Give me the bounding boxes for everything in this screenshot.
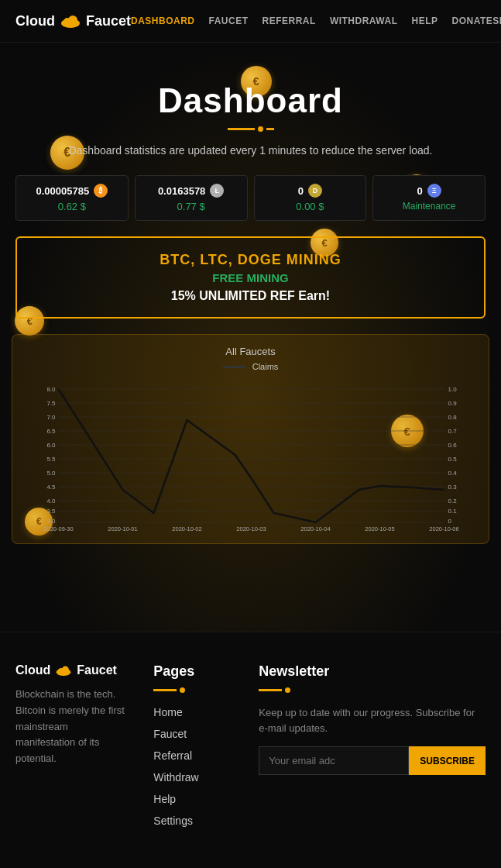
footer-description: Blockchain is the tech. Bitcoin is merel… [15, 687, 130, 767]
legend-line [223, 366, 246, 368]
hero-content: Dashboard Dashboard statistics are updat… [0, 43, 501, 544]
svg-text:7.0: 7.0 [46, 414, 56, 421]
footer-link-withdraw-anchor[interactable]: Withdraw [153, 771, 198, 784]
footer-logo-text: Cloud [15, 663, 50, 677]
svg-text:6.0: 6.0 [46, 442, 56, 449]
doge-value: 0 [298, 185, 304, 197]
svg-text:0.8: 0.8 [448, 414, 458, 421]
footer-newsletter-divider [259, 687, 486, 693]
newsletter-title: Newsletter [259, 663, 486, 680]
footer-about: Cloud Faucet Blockchain is the tech. Bit… [15, 663, 130, 828]
svg-text:0.4: 0.4 [448, 470, 458, 477]
svg-text:5.5: 5.5 [46, 456, 56, 463]
ltc-usd: 0.77 $ [145, 201, 238, 212]
svg-text:6.5: 6.5 [46, 428, 56, 435]
main-nav: DASHBOARD FAUCET REFERRAL WITHDRAWAL HEL… [131, 16, 492, 26]
newsletter-form: SUBSCRIBE [259, 746, 486, 775]
nav-faucet[interactable]: FAUCET [209, 16, 249, 26]
logo-text: Cloud [15, 13, 55, 29]
svg-text:0.9: 0.9 [448, 400, 458, 407]
logo[interactable]: Cloud Faucet [15, 13, 131, 29]
newsletter-description: Keep up to date with our progress. Subsc… [259, 705, 486, 735]
ltc-icon: Ł [210, 184, 224, 198]
chart-svg: 8.0 7.5 7.0 6.5 6.0 5.5 5.0 4.5 4.0 3.5 … [20, 377, 481, 532]
svg-text:0.3: 0.3 [448, 484, 458, 491]
svg-text:2020-10-02: 2020-10-02 [172, 525, 201, 532]
svg-text:4.5: 4.5 [46, 484, 56, 491]
doge-icon: D [308, 184, 322, 198]
footer-link-faucet[interactable]: Faucet [153, 727, 235, 741]
settings-link[interactable]: SETTINGS [492, 16, 501, 26]
footer-link-help-anchor[interactable]: Help [153, 793, 176, 805]
chart-svg-wrapper: 8.0 7.5 7.0 6.5 6.0 5.5 5.0 4.5 4.0 3.5 … [20, 377, 481, 536]
promo-title: BTC, LTC, DOGE MINING [33, 252, 468, 268]
footer-link-home-anchor[interactable]: Home [153, 706, 182, 718]
stat-box-eth: 0 Ξ Maintenance [372, 175, 486, 221]
eth-icon: Ξ [427, 184, 441, 198]
nav-help[interactable]: HELP [412, 16, 438, 26]
svg-point-45 [62, 666, 69, 673]
footer-logo-suffix: Faucet [77, 663, 117, 677]
chart-legend: Claims [20, 362, 481, 371]
nav-donate[interactable]: DONATE [452, 16, 493, 26]
doge-usd: 0.00 $ [264, 201, 357, 212]
stat-box-btc: 0.00005785 ₿ 0.62 $ [15, 175, 129, 221]
nav-referral[interactable]: REFERRAL [263, 16, 316, 26]
header-right: SETTINGS LOGOUT [492, 9, 501, 33]
email-input[interactable] [259, 746, 409, 775]
stat-boxes: 0.00005785 ₿ 0.62 $ 0.0163578 Ł 0.77 $ 0… [0, 175, 501, 221]
svg-text:0: 0 [448, 518, 452, 525]
stat-btc-top: 0.00005785 ₿ [26, 184, 118, 198]
stat-box-doge: 0 D 0.00 $ [254, 175, 367, 221]
chart-title: All Faucets [20, 346, 481, 357]
nav-dashboard[interactable]: DASHBOARD [131, 16, 195, 26]
svg-text:1.0: 1.0 [448, 386, 458, 393]
footer-pages-title: Pages [153, 663, 235, 680]
svg-text:0.5: 0.5 [448, 456, 458, 463]
svg-text:8.0: 8.0 [46, 386, 56, 393]
footer-pages-divider [153, 687, 235, 693]
eth-status: Maintenance [383, 201, 475, 212]
svg-point-2 [68, 16, 77, 25]
svg-text:2020-10-04: 2020-10-04 [300, 525, 330, 532]
footer-link-referral-anchor[interactable]: Referral [153, 749, 192, 762]
svg-text:5.0: 5.0 [46, 470, 56, 477]
svg-text:0.1: 0.1 [448, 508, 458, 515]
promo-ref: 15% UNLIMITED REF Earn! [33, 289, 468, 303]
footer-link-referral[interactable]: Referral [153, 749, 235, 763]
hero-subtitle: Dashboard statistics are updated every 1… [0, 144, 501, 157]
title-divider [0, 126, 501, 132]
cloud-icon [60, 14, 81, 28]
footer-links-list: Home Faucet Referral Withdraw Help Setti… [153, 705, 235, 828]
footer-link-help[interactable]: Help [153, 792, 235, 806]
legend-label: Claims [252, 362, 279, 371]
btc-value: 0.00005785 [36, 185, 90, 197]
svg-text:2020-10-06: 2020-10-06 [429, 525, 458, 532]
footer-pages: Pages Home Faucet Referral Withdraw Help… [153, 663, 235, 828]
footer-grid: Cloud Faucet Blockchain is the tech. Bit… [15, 663, 486, 828]
svg-text:4.0: 4.0 [46, 498, 56, 505]
svg-text:0.6: 0.6 [448, 442, 458, 449]
footer-link-settings-anchor[interactable]: Settings [153, 815, 193, 827]
svg-text:2020-10-05: 2020-10-05 [365, 525, 394, 532]
promo-subtitle: FREE MINING [33, 271, 468, 284]
svg-text:3.5: 3.5 [46, 508, 56, 515]
footer-cloud-icon [55, 665, 72, 676]
promo-box[interactable]: BTC, LTC, DOGE MINING FREE MINING 15% UN… [15, 236, 486, 319]
footer-logo: Cloud Faucet [15, 663, 130, 677]
svg-text:7.5: 7.5 [46, 400, 56, 407]
page-title: Dashboard [0, 81, 501, 120]
footer: Cloud Faucet Blockchain is the tech. Bit… [0, 632, 501, 851]
nav-withdrawal[interactable]: WITHDRAWAL [330, 16, 398, 26]
stat-box-ltc: 0.0163578 Ł 0.77 $ [135, 175, 248, 221]
stat-ltc-top: 0.0163578 Ł [145, 184, 238, 198]
footer-link-settings[interactable]: Settings [153, 814, 235, 828]
svg-text:2020-10-03: 2020-10-03 [236, 525, 266, 532]
stat-doge-top: 0 D [264, 184, 357, 198]
footer-link-home[interactable]: Home [153, 705, 235, 719]
subscribe-button[interactable]: SUBSCRIBE [409, 746, 486, 775]
footer-link-withdraw[interactable]: Withdraw [153, 770, 235, 784]
footer-newsletter: Newsletter Keep up to date with our prog… [259, 663, 486, 828]
btc-icon: ₿ [94, 184, 108, 198]
footer-link-faucet-anchor[interactable]: Faucet [153, 728, 187, 740]
